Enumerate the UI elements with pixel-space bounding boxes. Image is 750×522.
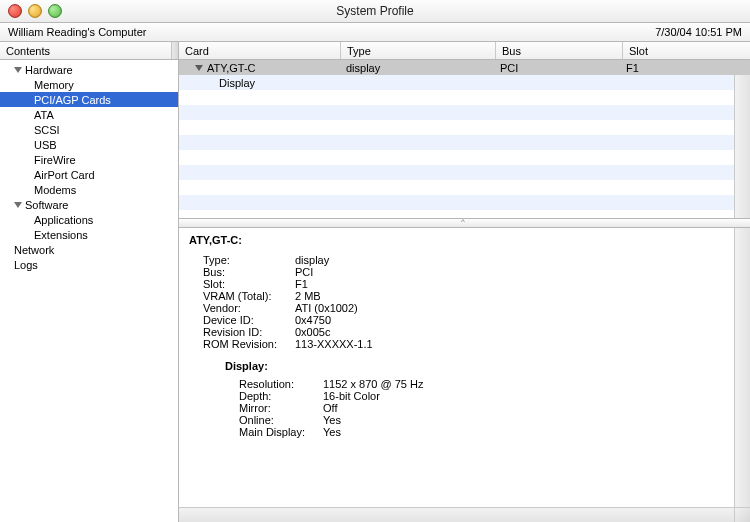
info-header: William Reading's Computer 7/30/04 10:51… bbox=[0, 23, 750, 42]
table-body: ATY,GT-C display PCI F1 Display bbox=[179, 60, 750, 218]
detail-value: 16-bit Color bbox=[323, 390, 380, 402]
detail-key: Depth: bbox=[239, 390, 323, 402]
detail-value: ATI (0x1002) bbox=[295, 302, 358, 314]
zoom-icon[interactable] bbox=[48, 4, 62, 18]
detail-value: Yes bbox=[323, 414, 341, 426]
sidebar-item-extensions[interactable]: Extensions bbox=[0, 227, 178, 242]
horizontal-scrollbar[interactable] bbox=[179, 507, 735, 522]
cell-bus: PCI bbox=[494, 62, 620, 74]
cell-type: display bbox=[340, 62, 494, 74]
detail-title: ATY,GT-C: bbox=[189, 234, 724, 246]
sidebar-group-label: Hardware bbox=[25, 64, 73, 76]
detail-key: Type: bbox=[203, 254, 295, 266]
detail-key: Device ID: bbox=[203, 314, 295, 326]
sidebar-item-firewire[interactable]: FireWire bbox=[0, 152, 178, 167]
detail-value: F1 bbox=[295, 278, 308, 290]
detail-key: Online: bbox=[239, 414, 323, 426]
window-title: System Profile bbox=[336, 4, 413, 18]
detail-value: 2 MB bbox=[295, 290, 321, 302]
report-timestamp: 7/30/04 10:51 PM bbox=[655, 26, 742, 38]
detail-key: Resolution: bbox=[239, 378, 323, 390]
horizontal-splitter[interactable]: ^ bbox=[179, 219, 750, 228]
column-header-bus[interactable]: Bus bbox=[496, 42, 623, 59]
resize-corner[interactable] bbox=[734, 507, 750, 522]
minimize-icon[interactable] bbox=[28, 4, 42, 18]
detail-value: Off bbox=[323, 402, 337, 414]
detail-key: ROM Revision: bbox=[203, 338, 295, 350]
column-header-slot[interactable]: Slot bbox=[623, 42, 750, 59]
sidebar-tree: Hardware Memory PCI/AGP Cards ATA SCSI U… bbox=[0, 60, 178, 522]
detail-key: Slot: bbox=[203, 278, 295, 290]
table-header-row: Card Type Bus Slot bbox=[179, 42, 750, 60]
sidebar-item-logs[interactable]: Logs bbox=[0, 257, 178, 272]
detail-subheading: Display: bbox=[225, 360, 724, 372]
sidebar-item-pci-agp-cards[interactable]: PCI/AGP Cards bbox=[0, 92, 178, 107]
vertical-scrollbar[interactable] bbox=[734, 228, 750, 522]
detail-value: 0x4750 bbox=[295, 314, 331, 326]
window-titlebar: System Profile bbox=[0, 0, 750, 23]
detail-value: display bbox=[295, 254, 329, 266]
content-pane: Card Type Bus Slot bbox=[179, 42, 750, 522]
detail-pane: ATY,GT-C: Type:display Bus:PCI Slot:F1 V… bbox=[179, 228, 750, 522]
sidebar-item-airport-card[interactable]: AirPort Card bbox=[0, 167, 178, 182]
detail-value: 113-XXXXX-1.1 bbox=[295, 338, 373, 350]
sidebar-group-hardware[interactable]: Hardware bbox=[0, 62, 178, 77]
sidebar-group-label: Software bbox=[25, 199, 68, 211]
sidebar: Contents Hardware Memory PCI/AGP Cards A… bbox=[0, 42, 179, 522]
computer-name: William Reading's Computer bbox=[8, 26, 146, 38]
disclosure-triangle-icon[interactable] bbox=[14, 202, 22, 208]
detail-value: 0x005c bbox=[295, 326, 330, 338]
sidebar-item-modems[interactable]: Modems bbox=[0, 182, 178, 197]
detail-key: Bus: bbox=[203, 266, 295, 278]
sidebar-item-scsi[interactable]: SCSI bbox=[0, 122, 178, 137]
sidebar-item-usb[interactable]: USB bbox=[0, 137, 178, 152]
cell-card-child: Display bbox=[179, 77, 374, 89]
sidebar-item-network[interactable]: Network bbox=[0, 242, 178, 257]
sidebar-header-label: Contents bbox=[6, 45, 50, 57]
disclosure-triangle-icon[interactable] bbox=[195, 65, 203, 71]
sidebar-item-applications[interactable]: Applications bbox=[0, 212, 178, 227]
close-icon[interactable] bbox=[8, 4, 22, 18]
cell-slot: F1 bbox=[620, 62, 750, 74]
column-header-card[interactable]: Card bbox=[179, 42, 341, 59]
detail-key: Main Display: bbox=[239, 426, 323, 438]
cell-card: ATY,GT-C bbox=[207, 62, 256, 74]
detail-value: 1152 x 870 @ 75 Hz bbox=[323, 378, 423, 390]
table-row[interactable]: ATY,GT-C display PCI F1 bbox=[179, 60, 750, 75]
detail-key: Revision ID: bbox=[203, 326, 295, 338]
table-row-child[interactable]: Display bbox=[179, 75, 750, 90]
detail-key: Mirror: bbox=[239, 402, 323, 414]
card-table: Card Type Bus Slot bbox=[179, 42, 750, 219]
sidebar-item-memory[interactable]: Memory bbox=[0, 77, 178, 92]
detail-value: Yes bbox=[323, 426, 341, 438]
detail-value: PCI bbox=[295, 266, 313, 278]
column-header-type[interactable]: Type bbox=[341, 42, 496, 59]
sidebar-group-software[interactable]: Software bbox=[0, 197, 178, 212]
sidebar-header[interactable]: Contents bbox=[0, 42, 178, 60]
detail-key: Vendor: bbox=[203, 302, 295, 314]
sidebar-item-ata[interactable]: ATA bbox=[0, 107, 178, 122]
detail-key: VRAM (Total): bbox=[203, 290, 295, 302]
disclosure-triangle-icon[interactable] bbox=[14, 67, 22, 73]
